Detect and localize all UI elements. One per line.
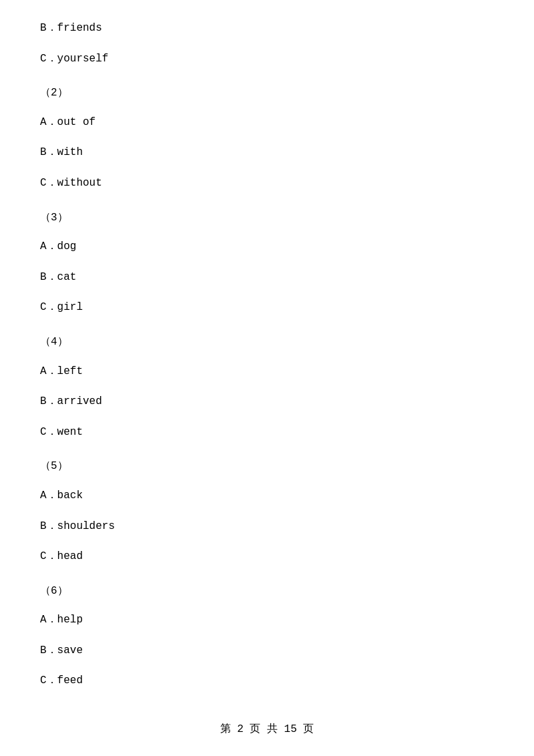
list-item: B．save [40, 636, 494, 667]
item-label: A．left [40, 365, 83, 377]
item-label: B．shoulders [40, 520, 115, 532]
item-label: A．back [40, 490, 83, 502]
question-number: （5） [40, 453, 494, 478]
main-content: B．friends C．yourself （2） A．out of B．with… [0, 0, 534, 737]
list-item: B．with [40, 138, 494, 168]
list-item: B．friends [40, 13, 494, 44]
list-item: C．head [40, 542, 494, 572]
question-label: （4） [40, 336, 68, 348]
item-label: C．girl [40, 301, 83, 313]
list-item: C．yourself [40, 44, 494, 75]
question-number: （2） [40, 79, 494, 105]
item-label: A．help [40, 614, 83, 626]
item-label: C．yourself [40, 53, 108, 65]
question-number: （4） [40, 329, 494, 354]
item-label: B．save [40, 644, 83, 656]
footer-text: 第 2 页 共 15 页 [220, 723, 314, 735]
list-item: A．dog [40, 232, 494, 262]
list-item: A．out of [40, 108, 494, 138]
item-label: B．with [40, 146, 83, 158]
list-item: B．cat [40, 262, 494, 293]
item-label: B．cat [40, 271, 76, 283]
item-label: A．out of [40, 116, 95, 128]
list-item: C．feed [40, 666, 494, 697]
list-item: B．arrived [40, 387, 494, 417]
page-footer: 第 2 页 共 15 页 [0, 722, 534, 736]
item-label: A．dog [40, 240, 76, 252]
list-item: C．went [40, 417, 494, 448]
item-label: C．head [40, 550, 83, 562]
list-item: A．back [40, 481, 494, 512]
list-item: C．without [40, 168, 494, 199]
question-number: （3） [40, 204, 494, 230]
list-item: A．left [40, 357, 494, 387]
item-label: C．without [40, 177, 102, 189]
item-label: C．went [40, 426, 83, 438]
item-label: C．feed [40, 675, 83, 687]
list-item: C．girl [40, 293, 494, 323]
question-number: （6） [40, 578, 494, 603]
list-item: A．help [40, 605, 494, 636]
item-label: B．arrived [40, 395, 102, 407]
question-label: （6） [40, 585, 68, 597]
list-item: B．shoulders [40, 512, 494, 542]
question-label: （3） [40, 212, 68, 224]
question-label: （2） [40, 87, 68, 99]
question-label: （5） [40, 460, 68, 472]
item-label: B．friends [40, 22, 102, 34]
